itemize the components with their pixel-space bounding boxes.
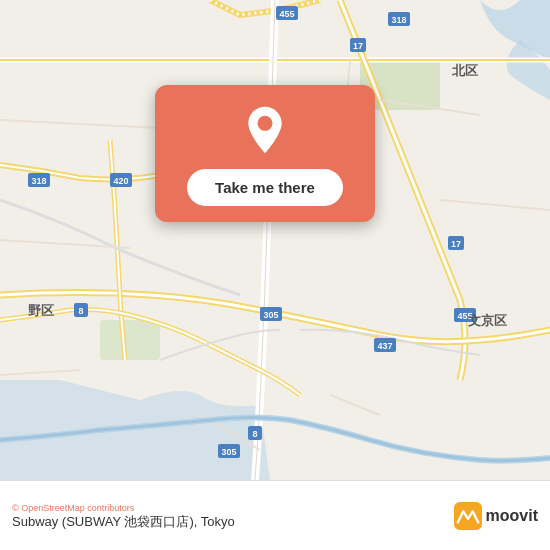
svg-line-8 xyxy=(440,200,550,210)
osm-credit: © OpenStreetMap contributors xyxy=(12,503,235,513)
svg-line-10 xyxy=(330,395,380,415)
osm-contributors: contributors xyxy=(87,503,134,513)
moovit-logo: moovit xyxy=(454,502,538,530)
svg-text:17: 17 xyxy=(353,41,363,51)
take-me-there-button[interactable]: Take me there xyxy=(187,169,343,206)
svg-text:318: 318 xyxy=(391,15,406,25)
svg-text:305: 305 xyxy=(263,310,278,320)
svg-text:野区: 野区 xyxy=(28,303,54,318)
map-container: 455 318 17 318 420 8 305 437 17 455 305 xyxy=(0,0,550,480)
svg-text:305: 305 xyxy=(221,447,236,457)
svg-text:8: 8 xyxy=(252,429,257,439)
popup-card: Take me there xyxy=(155,85,375,222)
svg-rect-1 xyxy=(100,320,160,360)
svg-text:17: 17 xyxy=(451,239,461,249)
svg-text:455: 455 xyxy=(279,9,294,19)
location-pin-icon xyxy=(240,105,290,155)
moovit-icon xyxy=(454,502,482,530)
svg-point-40 xyxy=(258,116,273,131)
svg-line-9 xyxy=(0,370,80,375)
bottom-bar: © OpenStreetMap contributors Subway (SUB… xyxy=(0,480,550,550)
moovit-text: moovit xyxy=(486,507,538,525)
svg-text:文京区: 文京区 xyxy=(468,313,507,328)
bottom-info: © OpenStreetMap contributors Subway (SUB… xyxy=(12,501,235,531)
svg-text:420: 420 xyxy=(113,176,128,186)
place-name: Subway (SUBWAY 池袋西口店), Tokyo xyxy=(12,513,235,531)
svg-text:8: 8 xyxy=(78,306,83,316)
svg-text:318: 318 xyxy=(31,176,46,186)
svg-text:北区: 北区 xyxy=(451,63,478,78)
svg-text:437: 437 xyxy=(377,341,392,351)
osm-link[interactable]: © OpenStreetMap xyxy=(12,503,85,513)
svg-rect-41 xyxy=(454,502,482,530)
